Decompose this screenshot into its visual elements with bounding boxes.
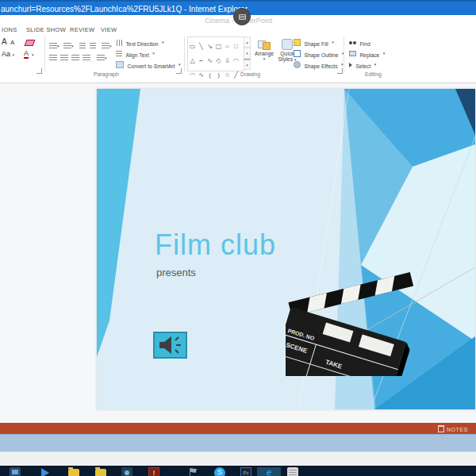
paragraph-group-label: Paragraph (94, 71, 119, 77)
shape-icon[interactable]: □ (232, 41, 240, 52)
increase-indent-button[interactable] (90, 38, 96, 52)
shape-icon[interactable]: ⌐ (197, 56, 205, 66)
shape-icon[interactable]: ↘ (205, 41, 214, 52)
slide-subtitle-text[interactable]: presents (156, 267, 196, 278)
chevron-down-icon: ▾ (254, 56, 274, 61)
quick-styles-icon (282, 39, 293, 50)
clapperboard-image[interactable]: PROD. NO SCENE TAKE (286, 265, 416, 376)
shape-icon[interactable]: ⇩ (223, 56, 232, 66)
grid-icon (239, 14, 246, 20)
ribbon: A A Aa ▾ A ▾ ▾ ▾ ▾ ▾ Text Direction ▾ Al… (0, 35, 476, 83)
tab-review[interactable]: REVIEW (70, 26, 94, 33)
bottom-strip (0, 451, 476, 466)
media-play-icon[interactable] (40, 467, 51, 476)
convert-smartart-button[interactable]: Convert to SmartArt ▾ (116, 59, 180, 69)
font-dialog-launcher[interactable] (36, 68, 42, 74)
chevron-down-icon: ▾ (383, 51, 386, 56)
chevron-down-icon: ▾ (152, 51, 155, 56)
ie-title-text: aunchurl=Resources%2FLaunchIca%2FRU5JLk1… (1, 5, 248, 13)
shape-fill-icon (294, 39, 301, 46)
shape-icon[interactable]: ╱ (232, 70, 240, 80)
title-overlay-button[interactable] (233, 8, 251, 25)
group-separator (344, 36, 344, 71)
shrink-font-button[interactable]: A (10, 39, 14, 46)
slide-canvas[interactable]: Film club presents (97, 89, 475, 409)
shape-icon[interactable]: ◠ (232, 56, 240, 66)
chevron-down-icon: ▾ (71, 44, 74, 48)
notes-app-icon[interactable] (287, 467, 298, 476)
find-icon (349, 41, 352, 44)
shapes-scroll-up[interactable]: ▴ (244, 36, 251, 48)
tab-view[interactable]: VIEW (101, 26, 117, 33)
find-button[interactable]: Find (349, 36, 370, 47)
shape-effects-button[interactable]: Shape Effects ▾ (294, 59, 344, 69)
change-case-button[interactable]: Aa ▾ (2, 50, 14, 58)
arrange-button[interactable]: Arrange ▾ (254, 36, 274, 61)
justify-button[interactable] (83, 50, 90, 64)
alert-app-icon[interactable]: ! (148, 467, 159, 476)
shapes-gallery[interactable]: ▭╲↘▢○□△⌐∿◇⇩◠◠∿()☆╱ (187, 36, 244, 71)
skype-icon[interactable]: S (214, 467, 225, 476)
font-color-button[interactable]: A (24, 49, 29, 59)
chevron-down-icon: ▾ (57, 44, 60, 48)
paragraph-dialog-launcher[interactable] (176, 68, 182, 74)
speaker-icon (155, 333, 186, 357)
drawing-dialog-launcher[interactable] (337, 68, 343, 74)
shapes-more-button[interactable]: ▾ (244, 59, 251, 70)
screen: aunchurl=Resources%2FLaunchIca%2FRU5JLk1… (0, 0, 476, 476)
align-text-button[interactable]: Align Text ▾ (116, 48, 155, 58)
shape-icon[interactable]: ▢ (214, 41, 223, 52)
shape-icon[interactable]: ( (205, 70, 214, 80)
folder-icon[interactable] (68, 469, 79, 476)
shape-icon[interactable]: ◠ (188, 70, 197, 80)
tab-transitions-partial[interactable]: IONS (2, 26, 17, 33)
shape-icon[interactable]: ╲ (197, 41, 205, 52)
bullets-icon (49, 43, 57, 49)
chevron-down-icon: ▾ (332, 40, 334, 44)
flag-icon[interactable] (188, 467, 199, 476)
drawing-group-label: Drawing (240, 71, 260, 77)
chevron-down-icon: ▾ (109, 44, 112, 48)
audio-object-button[interactable] (153, 332, 187, 359)
columns-button[interactable]: ▾ (97, 50, 107, 64)
decrease-indent-icon (79, 43, 86, 49)
arrange-icon (263, 42, 271, 50)
group-separator (44, 36, 45, 71)
slide-title-text[interactable]: Film club (155, 228, 276, 262)
grow-font-button[interactable]: A (2, 37, 7, 46)
folder-icon[interactable] (95, 469, 106, 476)
shape-icon[interactable]: ∿ (205, 56, 214, 66)
columns-icon (97, 55, 105, 61)
status-bar: NOTES (0, 423, 476, 434)
shape-icon[interactable]: ○ (223, 41, 232, 52)
align-center-button[interactable] (60, 50, 68, 64)
notes-toggle-button[interactable]: NOTES (438, 425, 468, 432)
shape-icon[interactable]: ☆ (223, 70, 232, 80)
shape-icon[interactable]: ▭ (188, 41, 197, 52)
align-left-icon (49, 55, 57, 61)
chevron-down-icon: ▾ (374, 62, 377, 67)
notes-icon (438, 425, 444, 432)
shape-icon[interactable]: ◇ (214, 56, 223, 66)
chevron-down-icon[interactable]: ▾ (32, 52, 34, 57)
align-left-button[interactable] (49, 50, 57, 64)
notes-pane[interactable] (0, 434, 476, 451)
shape-icon[interactable]: ) (214, 70, 223, 80)
shape-icon[interactable]: ∿ (197, 70, 205, 80)
clear-formatting-icon[interactable] (25, 40, 36, 46)
numbering-icon (63, 43, 71, 49)
tab-slide-show[interactable]: SLIDE SHOW (26, 26, 66, 33)
shape-fill-button[interactable]: Shape Fill ▾ (294, 36, 334, 47)
align-text-icon (116, 51, 122, 57)
shape-icon[interactable]: △ (188, 56, 197, 66)
app-window-icon[interactable] (10, 467, 21, 476)
camera-app-icon[interactable] (121, 467, 132, 476)
shape-effects-icon (294, 61, 301, 68)
select-button[interactable]: Select ▾ (349, 59, 376, 69)
adobe-app-icon[interactable]: Pr (240, 467, 251, 476)
align-right-button[interactable] (71, 50, 79, 64)
group-separator (184, 36, 185, 71)
taskbar: ! S Pr e (0, 466, 476, 476)
internet-explorer-icon[interactable]: e (257, 467, 281, 476)
shapes-scroll-down[interactable]: ▾ (244, 48, 251, 59)
